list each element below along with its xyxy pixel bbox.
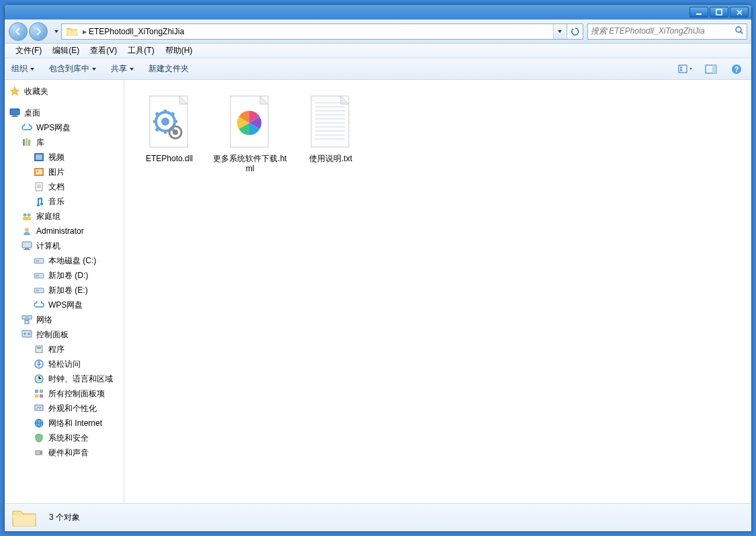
view-options-button[interactable] [677, 62, 694, 76]
address-field[interactable]: ▸ ETEPhotodll_XiTongZhiJia [61, 24, 567, 40]
menu-file[interactable]: 文件(F) [10, 44, 47, 58]
search-field[interactable]: 搜索 ETEPhotodll_XiTongZhiJia [587, 24, 747, 40]
control-panel-icon [21, 328, 33, 341]
tree-wps-cloud-2[interactable]: WPS网盘 [5, 298, 124, 312]
file-item-txt[interactable]: 使用说明.txt [291, 89, 370, 178]
svg-text:?: ? [734, 65, 739, 73]
svg-rect-61 [153, 120, 157, 123]
tree-disk-c[interactable]: 本地磁盘 (C:) [5, 253, 124, 268]
svg-rect-4 [680, 66, 682, 69]
homegroup-icon [21, 210, 33, 222]
preview-pane-button[interactable] [703, 62, 719, 76]
tree-disk-d[interactable]: 新加卷 (D:) [5, 268, 124, 283]
folder-icon [66, 26, 78, 38]
tree-appearance-personalization[interactable]: 外观和个性化 [5, 401, 124, 416]
svg-rect-52 [35, 394, 38, 398]
tree-favorites[interactable]: 收藏夹 [5, 84, 124, 99]
svg-rect-5 [680, 69, 682, 71]
dll-file-icon [145, 93, 194, 151]
globe-icon [33, 417, 45, 429]
titlebar [5, 5, 751, 19]
svg-point-69 [173, 130, 178, 135]
svg-rect-50 [35, 390, 38, 393]
svg-rect-22 [37, 185, 41, 185]
drive-icon [33, 269, 45, 281]
drive-icon [33, 284, 45, 296]
nav-back-button[interactable] [9, 22, 28, 41]
clock-icon [33, 373, 45, 385]
tree-network-internet[interactable]: 网络和 Internet [5, 416, 124, 431]
menu-tools[interactable]: 工具(T) [122, 44, 159, 58]
tree-clock-language-region[interactable]: 时钟、语言和区域 [5, 371, 124, 386]
pictures-icon [33, 166, 45, 178]
maximize-button[interactable] [710, 7, 728, 17]
tree-computer[interactable]: 计算机 [5, 238, 124, 253]
svg-point-28 [25, 228, 29, 232]
file-name-label: 更多系统软件下载.html [212, 154, 288, 174]
tree-network[interactable]: 网络 [5, 312, 124, 327]
svg-rect-17 [36, 154, 42, 160]
svg-rect-35 [36, 275, 39, 277]
toolbar-share[interactable]: 共享 [111, 63, 134, 75]
file-list-area[interactable]: ETEPhoto.dll 更多系统软件下载.html 使用说明.txt [124, 80, 751, 503]
svg-point-43 [28, 333, 30, 335]
tree-ease-of-access[interactable]: 轻松访问 [5, 357, 124, 371]
tree-library[interactable]: 库 [5, 135, 124, 150]
file-item-html[interactable]: 更多系统软件下载.html [210, 89, 290, 178]
tree-all-control-panel-items[interactable]: 所有控制面板项 [5, 386, 124, 401]
all-items-icon [33, 388, 45, 400]
tree-control-panel[interactable]: 控制面板 [5, 327, 124, 342]
hardware-icon [33, 447, 45, 459]
tree-wps-cloud[interactable]: WPS网盘 [5, 120, 124, 135]
programs-icon [33, 343, 45, 355]
music-icon [33, 195, 45, 208]
svg-point-2 [736, 27, 741, 32]
star-icon [9, 85, 21, 97]
tree-music[interactable]: 音乐 [5, 194, 124, 209]
toolbar-organize[interactable]: 组织 [11, 63, 34, 75]
menu-edit[interactable]: 编辑(E) [47, 44, 85, 58]
svg-point-47 [38, 361, 40, 363]
tree-desktop[interactable]: 桌面 [5, 105, 124, 120]
tree-video[interactable]: 视频 [5, 150, 124, 165]
tree-documents[interactable]: 文档 [5, 179, 124, 194]
navigation-pane[interactable]: 收藏夹 桌面 WPS网盘 库 视频 图片 文档 音乐 家庭组 Administr… [5, 80, 124, 503]
nav-history-dropdown[interactable] [52, 24, 61, 39]
svg-rect-29 [22, 242, 32, 248]
toolbar-include-library[interactable]: 包含到库中 [49, 63, 96, 75]
file-item-dll[interactable]: ETEPhoto.dll [130, 89, 209, 178]
tree-system-security[interactable]: 系统和安全 [5, 431, 124, 445]
close-button[interactable] [730, 7, 749, 17]
tree-disk-e[interactable]: 新加卷 (E:) [5, 283, 124, 298]
folder-icon [11, 507, 37, 529]
svg-rect-38 [22, 316, 26, 319]
breadcrumb-folder[interactable]: ETEPhotodll_XiTongZhiJia [89, 27, 184, 36]
menu-view[interactable]: 查看(V) [85, 44, 122, 58]
address-dropdown-button[interactable] [553, 24, 565, 39]
statusbar: 3 个对象 [5, 503, 751, 531]
ease-icon [33, 358, 45, 370]
tree-programs[interactable]: 程序 [5, 342, 124, 357]
minimize-button[interactable] [689, 7, 708, 17]
search-icon [734, 26, 744, 37]
tree-pictures[interactable]: 图片 [5, 165, 124, 179]
nav-forward-button[interactable] [29, 22, 48, 41]
toolbar-new-folder[interactable]: 新建文件夹 [149, 63, 189, 75]
tree-hardware-sound[interactable]: 硬件和声音 [5, 445, 124, 460]
svg-point-67 [161, 118, 169, 126]
help-button[interactable]: ? [728, 62, 745, 76]
svg-rect-10 [10, 109, 19, 115]
tree-homegroup[interactable]: 家庭组 [5, 209, 124, 224]
svg-rect-59 [164, 109, 167, 114]
svg-rect-7 [712, 65, 716, 73]
menu-help[interactable]: 帮助(H) [160, 44, 198, 58]
svg-point-25 [24, 214, 27, 217]
tree-administrator[interactable]: Administrator [5, 224, 124, 238]
svg-point-20 [37, 171, 39, 173]
svg-rect-45 [37, 347, 41, 349]
refresh-button[interactable] [567, 24, 583, 40]
svg-rect-33 [36, 260, 39, 262]
svg-rect-37 [36, 289, 39, 292]
svg-rect-31 [24, 249, 30, 250]
svg-rect-60 [164, 130, 167, 134]
